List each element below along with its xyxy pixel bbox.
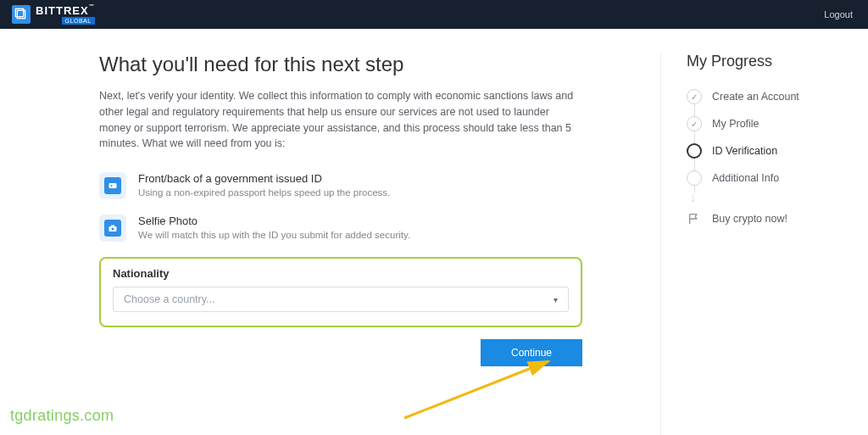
page-title: What you'll need for this next step (99, 53, 660, 76)
step-my-profile: ✓ My Profile (687, 116, 868, 131)
svg-point-5 (112, 228, 114, 231)
nationality-placeholder: Choose a country... (124, 293, 214, 305)
watermark: tgdratings.com (10, 407, 114, 425)
brand-name: BITTREX (36, 4, 89, 17)
check-icon: ✓ (687, 116, 702, 131)
step-id-verification: ID Verification (687, 143, 868, 159)
chevron-down-icon: ▾ (554, 295, 558, 304)
continue-button[interactable]: Continue (481, 339, 582, 366)
logout-link[interactable]: Logout (824, 9, 853, 20)
intro-text: Next, let's verify your identity. We col… (99, 88, 574, 152)
step-additional-info: Additional Info (687, 170, 868, 186)
step-label: Additional Info (712, 172, 779, 184)
logo-text: BITTREX™ GLOBAL (36, 5, 95, 25)
requirement-id-title: Front/back of a government issued ID (138, 172, 390, 185)
nationality-label: Nationality (113, 267, 569, 280)
current-step-icon (687, 143, 702, 159)
id-card-icon (99, 172, 126, 199)
step-label: My Profile (712, 118, 760, 130)
svg-point-3 (111, 185, 113, 187)
brand-logo[interactable]: BITTREX™ GLOBAL (12, 5, 95, 25)
step-create-account: ✓ Create an Account (687, 89, 868, 104)
requirement-id: Front/back of a government issued ID Usi… (99, 172, 660, 199)
nationality-select[interactable]: Choose a country... ▾ (113, 287, 569, 312)
svg-line-7 (404, 361, 548, 418)
requirement-selfie-sub: We will match this up with the ID you su… (138, 230, 410, 240)
logo-icon (12, 5, 31, 24)
brand-tm: ™ (89, 3, 95, 8)
requirement-selfie-title: Selfie Photo (138, 215, 410, 227)
step-label: ID Verification (712, 145, 777, 157)
svg-rect-2 (109, 183, 117, 188)
brand-subtitle: GLOBAL (62, 17, 95, 25)
step-label: Buy crypto now! (712, 213, 787, 225)
requirement-selfie: Selfie Photo We will match this up with … (99, 215, 660, 242)
camera-icon (99, 215, 126, 242)
down-arrow-icon: ↓ (690, 191, 868, 204)
app-header: BITTREX™ GLOBAL Logout (0, 0, 868, 29)
step-buy-crypto: Buy crypto now! (687, 211, 868, 226)
requirement-id-sub: Using a non-expired passport helps speed… (138, 187, 390, 198)
progress-steps: ✓ Create an Account ✓ My Profile ID Veri… (687, 89, 868, 226)
progress-sidebar: My Progress ✓ Create an Account ✓ My Pro… (661, 53, 868, 435)
main-panel: What you'll need for this next step Next… (0, 53, 661, 435)
flag-icon (687, 211, 702, 226)
check-icon: ✓ (687, 89, 702, 104)
progress-title: My Progress (687, 53, 868, 70)
svg-rect-6 (111, 226, 114, 227)
nationality-section: Nationality Choose a country... ▾ (99, 257, 582, 327)
step-label: Create an Account (712, 91, 799, 103)
pending-step-icon (687, 170, 702, 186)
